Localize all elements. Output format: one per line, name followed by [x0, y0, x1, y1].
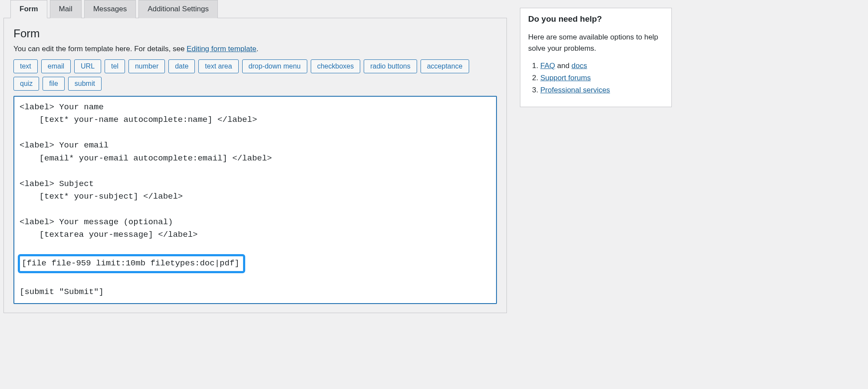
help-item-support: Support forums	[540, 74, 664, 82]
help-item-faq: FAQ and docs	[540, 62, 664, 70]
support-forums-link[interactable]: Support forums	[540, 74, 591, 82]
professional-services-link[interactable]: Professional services	[540, 86, 610, 94]
faq-link[interactable]: FAQ	[540, 62, 555, 70]
tag-submit-button[interactable]: submit	[68, 77, 102, 91]
help-box: Do you need help? Here are some availabl…	[520, 8, 672, 107]
editing-template-link[interactable]: Editing form template	[187, 45, 256, 53]
tab-form[interactable]: Form	[10, 0, 47, 18]
tab-bar: Form Mail Messages Additional Settings	[10, 0, 507, 18]
section-description: You can edit the form template here. For…	[13, 45, 497, 53]
tab-mail[interactable]: Mail	[50, 0, 82, 18]
tab-messages[interactable]: Messages	[84, 0, 136, 18]
tag-url-button[interactable]: URL	[74, 59, 101, 73]
file-tag-highlight: [file file-959 limit:10mb filetypes:doc|…	[18, 254, 245, 273]
tag-number-button[interactable]: number	[128, 59, 165, 73]
tag-text-button[interactable]: text	[13, 59, 38, 73]
tag-button-row: text email URL tel number date text area…	[13, 59, 497, 91]
docs-link[interactable]: docs	[572, 62, 587, 70]
tag-textarea-button[interactable]: text area	[198, 59, 238, 73]
form-template-editor[interactable]: <label> Your name [text* your-name autoc…	[13, 96, 497, 304]
tag-acceptance-button[interactable]: acceptance	[421, 59, 469, 73]
tag-checkboxes-button[interactable]: checkboxes	[311, 59, 361, 73]
help-item-services: Professional services	[540, 86, 664, 95]
form-panel: Form You can edit the form template here…	[3, 18, 507, 313]
help-title: Do you need help?	[528, 14, 664, 24]
tag-tel-button[interactable]: tel	[105, 59, 125, 73]
tag-email-button[interactable]: email	[41, 59, 71, 73]
tag-date-button[interactable]: date	[168, 59, 195, 73]
section-heading: Form	[13, 27, 497, 40]
tag-radio-button[interactable]: radio buttons	[364, 59, 417, 73]
help-intro: Here are some available options to help …	[528, 32, 664, 54]
tag-dropdown-button[interactable]: drop-down menu	[242, 59, 307, 73]
tag-file-button[interactable]: file	[43, 77, 64, 91]
tab-additional-settings[interactable]: Additional Settings	[138, 0, 218, 18]
tag-quiz-button[interactable]: quiz	[13, 77, 39, 91]
